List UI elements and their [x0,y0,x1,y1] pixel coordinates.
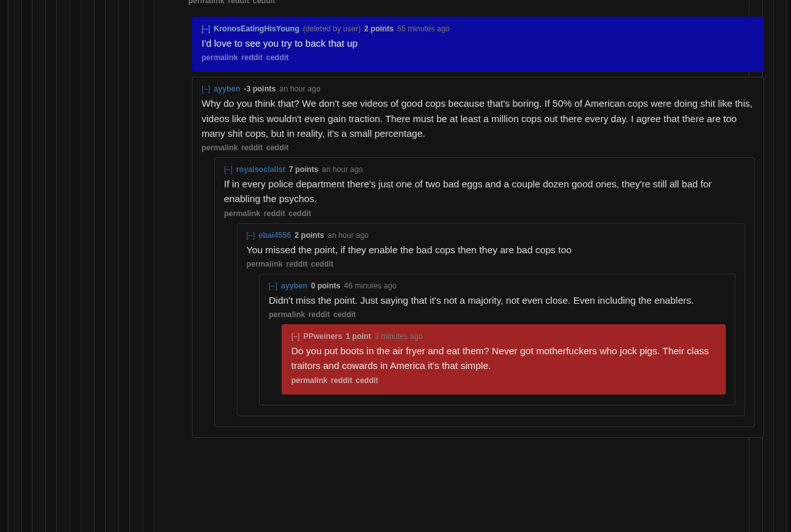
ceddit-link[interactable]: ceddit [333,310,356,319]
comment-body: I'd love to see you try to back that up [202,36,755,51]
comment-links: permalink reddit ceddit [291,376,716,385]
ceddit-link[interactable]: ceddit [311,260,333,269]
time-label: 3 minutes ago [374,332,422,341]
comment-ppweiners: [–] PPweiners 1 point 3 minutes ago Do y… [282,324,726,395]
reddit-link[interactable]: reddit [228,0,249,5]
author-link[interactable]: ebai4556 [259,231,291,240]
comment-tagline: [–] ebai4556 2 points an hour ago [246,230,735,240]
comment-kronos: [–] KronosEatingHisYoung (deleted by use… [192,17,764,72]
permalink-link[interactable]: permalink [188,0,225,5]
author-link[interactable]: PPweiners [303,332,342,341]
reddit-link[interactable]: reddit [264,209,285,218]
comment-tagline: [–] PPweiners 1 point 3 minutes ago [291,331,716,341]
collapse-toggle[interactable]: [–] [291,332,300,341]
permalink-link[interactable]: permalink [291,376,328,385]
author-link[interactable]: KronosEatingHisYoung [214,24,300,33]
collapse-toggle[interactable]: [–] [202,24,210,33]
reddit-link[interactable]: reddit [308,310,330,319]
points-label: 2 points [294,231,324,240]
comment-tagline: [–] ayyben 0 points 46 minutes ago [269,281,726,290]
ceddit-link[interactable]: ceddit [356,376,378,385]
reddit-link[interactable]: reddit [331,376,352,385]
reddit-link[interactable]: reddit [241,143,262,152]
collapse-toggle[interactable]: [–] [246,231,255,240]
author-link[interactable]: ayyben [281,281,307,290]
comment-links: permalink reddit ceddit [188,0,755,5]
ceddit-link[interactable]: ceddit [266,53,289,62]
comment-links: permalink reddit ceddit [202,53,755,62]
points-label: 7 points [289,165,318,174]
comment-royalsocialist: [–] royalsocialist 7 points an hour ago … [214,157,755,427]
points-label: -3 points [244,84,276,93]
author-flair: (deleted by user) [303,24,360,33]
comment-body: Why do you think that? We don't see vide… [202,96,755,141]
comment-links: permalink reddit ceddit [224,209,745,218]
points-label: 0 points [311,281,340,290]
time-label: an hour ago [280,84,321,93]
partial-parent-comment: permalink reddit ceddit [179,0,764,12]
comment-ayyben-outer: [–] ayyben -3 points an hour ago Why do … [192,77,764,437]
permalink-link[interactable]: permalink [269,310,305,319]
permalink-link[interactable]: permalink [224,209,260,218]
permalink-link[interactable]: permalink [202,53,238,62]
time-label: 46 minutes ago [344,281,397,290]
comment-links: permalink reddit ceddit [269,310,726,319]
comment-tagline: [–] ayyben -3 points an hour ago [202,84,755,93]
comment-thread: permalink reddit ceddit [–] KronosEating… [179,0,764,443]
comment-body: Didn't miss the point. Just saying that … [269,293,726,308]
time-label: 55 minutes ago [397,24,450,33]
time-label: an hour ago [322,165,363,174]
reddit-link[interactable]: reddit [286,260,307,269]
collapse-toggle[interactable]: [–] [224,165,232,174]
author-link[interactable]: ayyben [214,84,240,93]
comment-body: You missed the point, if they enable the… [246,242,735,257]
author-link[interactable]: royalsocialist [236,165,285,174]
comment-links: permalink reddit ceddit [246,260,735,269]
reddit-link[interactable]: reddit [241,53,262,62]
collapse-toggle[interactable]: [–] [202,84,210,93]
permalink-link[interactable]: permalink [246,260,283,269]
ceddit-link[interactable]: ceddit [266,143,289,152]
points-label: 2 points [364,24,394,33]
comment-links: permalink reddit ceddit [202,143,755,152]
comment-body: Do you put boots in the air fryer and ea… [291,343,716,373]
comment-tagline: [–] KronosEatingHisYoung (deleted by use… [202,24,755,33]
collapse-toggle[interactable]: [–] [269,281,277,290]
time-label: an hour ago [328,231,369,240]
points-label: 1 point [346,332,371,341]
comment-ebai4556: [–] ebai4556 2 points an hour ago You mi… [237,223,745,416]
ceddit-link[interactable]: ceddit [289,209,311,218]
comment-tagline: [–] royalsocialist 7 points an hour ago [224,164,745,174]
comment-body: If in every police department there's ju… [224,176,745,207]
ceddit-link[interactable]: ceddit [253,0,275,5]
permalink-link[interactable]: permalink [202,143,238,152]
comment-ayyben-inner: [–] ayyben 0 points 46 minutes ago Didn'… [259,274,735,405]
